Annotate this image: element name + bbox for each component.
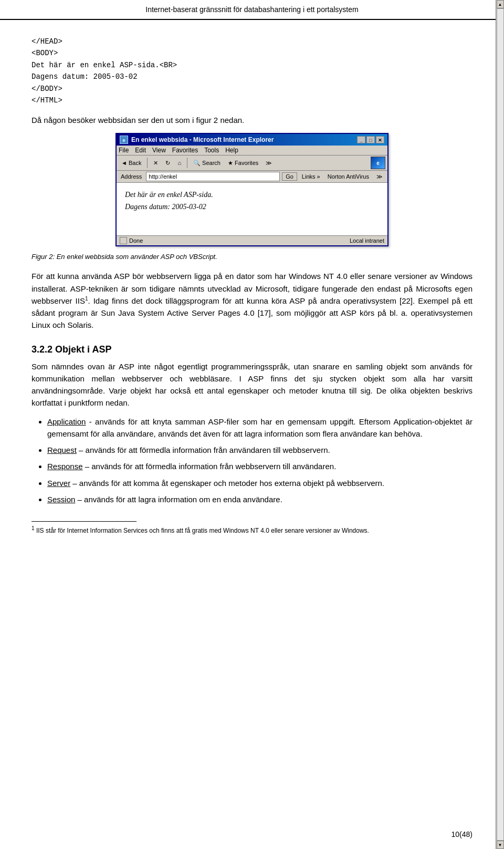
ie-go-button[interactable]: Go <box>282 172 297 181</box>
code-line-3: Det här är en enkel ASP-sida.<BR> <box>32 59 472 71</box>
ie-logo: e <box>371 157 385 169</box>
ie-menu-edit[interactable]: Edit <box>135 147 146 154</box>
ie-menu-tools[interactable]: Tools <box>204 147 219 154</box>
ie-status-icon <box>120 237 127 244</box>
list-item-session: Session – används för att lagra informat… <box>47 493 472 505</box>
ie-toolbar-sep-1 <box>147 158 148 168</box>
ie-toolbar: ◄ Back ✕ ↻ ⌂ 🔍 Search ★ Favorites ≫ e <box>117 156 387 171</box>
ie-window-title: En enkel webbsida - Microsoft Internet E… <box>131 136 274 143</box>
bullet-term-server: Server <box>47 479 70 488</box>
ie-content-area: Det här är en enkel ASP-sida. Dagens dat… <box>117 183 387 235</box>
code-line-6: </HTML> <box>32 95 472 106</box>
page-header: Internet-baserat gränssnitt för databash… <box>0 0 504 20</box>
ie-refresh-btn[interactable]: ↻ <box>163 159 173 168</box>
ie-back-btn[interactable]: ◄ Back <box>119 159 144 167</box>
list-item-server: Server – används för att komma åt egensk… <box>47 477 472 489</box>
ie-menu-file[interactable]: File <box>119 147 129 154</box>
ie-close-btn[interactable]: ✕ <box>376 136 384 143</box>
code-line-1: </HEAD> <box>32 36 472 47</box>
ie-favorites-btn[interactable]: ★ Favorites <box>225 159 261 168</box>
bullet-term-session: Session <box>47 495 75 504</box>
page-number: 10(48) <box>452 830 472 838</box>
paragraph-1-text: För att kunna använda ASP bör webbserver… <box>32 272 472 329</box>
ie-status-text: Done <box>129 237 143 244</box>
ie-media-btn[interactable]: ≫ <box>263 159 275 168</box>
list-item-request: Request – används för att förmedla infor… <box>47 444 472 456</box>
code-line-5: </BODY> <box>32 83 472 95</box>
footnote-content: IIS står för Internet Information Servic… <box>36 527 369 534</box>
code-line-2: <BODY> <box>32 47 472 59</box>
page-content: </HEAD> <BODY> Det här är en enkel ASP-s… <box>0 30 504 577</box>
ie-app-icon: e <box>120 136 128 144</box>
ie-addressbar: Address http://enkel Go Links » Norton A… <box>117 171 387 183</box>
ie-menu-help[interactable]: Help <box>225 147 238 154</box>
ie-menubar: File Edit View Favorites Tools Help <box>117 146 387 156</box>
bullet-list: Application - används för att knyta samm… <box>47 416 472 506</box>
bullet-text-session: – används för att lagra information om e… <box>78 495 282 504</box>
bullet-text-application: - används för att knyta samman ASP-filer… <box>47 417 472 438</box>
page-footer: 10(48) <box>452 830 472 838</box>
ie-address-value: http://enkel <box>149 173 177 180</box>
bullet-term-request: Request <box>47 446 77 454</box>
ie-status-left: Done <box>120 237 143 244</box>
footnote-number: 1 <box>32 525 35 531</box>
ie-status-right: Local intranet <box>350 237 384 244</box>
ie-scroll-up[interactable]: ▲ <box>497 0 504 8</box>
ie-maximize-btn[interactable]: □ <box>366 136 375 143</box>
bullet-text-response: – används för att förmedla information f… <box>85 462 337 471</box>
ie-content-line1: Det här är en enkel ASP-sida. <box>125 189 377 201</box>
ie-minimize-btn[interactable]: _ <box>357 136 365 143</box>
header-title: Internet-baserat gränssnitt för databash… <box>145 5 358 14</box>
intro-text: Då någon besöker webbsidan ser den ut so… <box>32 116 472 125</box>
ie-home-btn[interactable]: ⌂ <box>175 159 184 167</box>
ie-links-btn[interactable]: Links » <box>299 172 323 181</box>
list-item-response: Response – används för att förmedla info… <box>47 460 472 472</box>
section-heading-322: 3.2.2 Objekt i ASP <box>32 344 472 355</box>
ie-address-input[interactable]: http://enkel <box>146 172 280 181</box>
ie-titlebar-left: e En enkel webbsida - Microsoft Internet… <box>120 136 274 144</box>
ie-content: Det här är en enkel ASP-sida. Dagens dat… <box>117 183 387 235</box>
paragraph-1: För att kunna använda ASP bör webbserver… <box>32 270 472 331</box>
ie-toolbar-extra-btn[interactable]: ≫ <box>374 172 385 181</box>
code-block: </HEAD> <BODY> Det här är en enkel ASP-s… <box>32 36 472 106</box>
ie-scroll-down[interactable]: ▼ <box>497 841 504 849</box>
ie-scrollbar[interactable]: ▲ ▼ <box>496 0 504 849</box>
ie-menu-favorites[interactable]: Favorites <box>172 147 198 154</box>
code-line-4: Dagens datum: 2005-03-02 <box>32 71 472 82</box>
bullet-text-request: – används för att förmedla information f… <box>79 446 330 454</box>
ie-statusbar: Done Local intranet <box>117 235 387 245</box>
ie-titlebar: e En enkel webbsida - Microsoft Internet… <box>117 134 387 146</box>
ie-content-line2: Dagens datum: 2005-03-02 <box>125 201 377 213</box>
ie-menu-view[interactable]: View <box>152 147 166 154</box>
ie-toolbar-sep-2 <box>187 158 187 168</box>
ie-search-btn[interactable]: 🔍 Search <box>191 159 223 168</box>
footnote-ref-1: 1 <box>85 296 88 302</box>
paragraph-2: Som nämndes ovan är ASP inte något egent… <box>32 360 472 409</box>
footnote-separator <box>32 521 136 522</box>
list-item-application: Application - används för att knyta samm… <box>47 416 472 440</box>
ie-scroll-track[interactable] <box>497 8 504 841</box>
ie-address-label: Address <box>119 173 144 180</box>
ie-antivirus-btn[interactable]: Norton AntiVirus <box>325 172 372 181</box>
footnote-text: 1 IIS står för Internet Information Serv… <box>32 525 472 535</box>
ie-stop-btn[interactable]: ✕ <box>151 159 161 168</box>
ie-titlebar-controls: _ □ ✕ <box>357 136 384 143</box>
bullet-term-response: Response <box>47 462 83 471</box>
figure-caption: Figur 2: En enkel webbsida som använder … <box>32 253 472 261</box>
ie-window-screenshot: e En enkel webbsida - Microsoft Internet… <box>116 133 388 246</box>
bullet-text-server: – används för att komma åt egenskaper oc… <box>72 479 384 488</box>
bullet-term-application: Application <box>47 417 86 426</box>
